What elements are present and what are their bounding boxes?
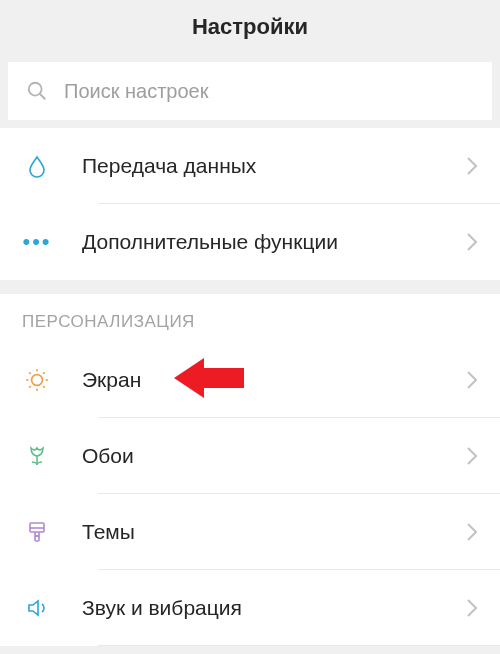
- row-additional-functions[interactable]: ••• Дополнительные функции: [0, 204, 500, 280]
- chevron-right-icon: [466, 370, 478, 390]
- page-title: Настройки: [192, 14, 308, 40]
- tulip-icon: [22, 444, 52, 468]
- svg-line-1: [40, 94, 46, 100]
- svg-point-0: [29, 83, 42, 96]
- settings-group-top: Передача данных ••• Дополнительные функц…: [0, 128, 500, 280]
- row-label: Дополнительные функции: [82, 230, 466, 254]
- row-label: Темы: [82, 520, 466, 544]
- search-icon: [26, 80, 48, 102]
- search-box[interactable]: [8, 62, 492, 120]
- sun-icon: [22, 367, 52, 393]
- row-wallpaper[interactable]: Обои: [0, 418, 500, 494]
- dots-icon: •••: [22, 231, 52, 253]
- chevron-right-icon: [466, 156, 478, 176]
- search-container: [0, 54, 500, 128]
- svg-line-7: [29, 372, 31, 374]
- row-sound-vibration[interactable]: Звук и вибрация: [0, 570, 500, 646]
- chevron-right-icon: [466, 522, 478, 542]
- svg-line-8: [43, 386, 45, 388]
- svg-line-10: [43, 372, 45, 374]
- header: Настройки: [0, 0, 500, 54]
- svg-line-9: [29, 386, 31, 388]
- chevron-right-icon: [466, 598, 478, 618]
- section-gap: [0, 280, 500, 294]
- row-label: Звук и вибрация: [82, 596, 466, 620]
- speaker-icon: [22, 596, 52, 620]
- row-label: Экран: [82, 368, 466, 392]
- search-input[interactable]: [64, 80, 474, 103]
- settings-group-personalization: Экран Обои: [0, 342, 500, 646]
- chevron-right-icon: [466, 446, 478, 466]
- row-themes[interactable]: Темы: [0, 494, 500, 570]
- row-label: Обои: [82, 444, 466, 468]
- row-display[interactable]: Экран: [0, 342, 500, 418]
- svg-rect-14: [35, 536, 39, 541]
- chevron-right-icon: [466, 232, 478, 252]
- row-data-transfer[interactable]: Передача данных: [0, 128, 500, 204]
- brush-icon: [22, 520, 52, 544]
- section-header-personalization: ПЕРСОНАЛИЗАЦИЯ: [0, 294, 500, 342]
- row-label: Передача данных: [82, 154, 466, 178]
- svg-point-2: [32, 375, 43, 386]
- drop-icon: [22, 154, 52, 178]
